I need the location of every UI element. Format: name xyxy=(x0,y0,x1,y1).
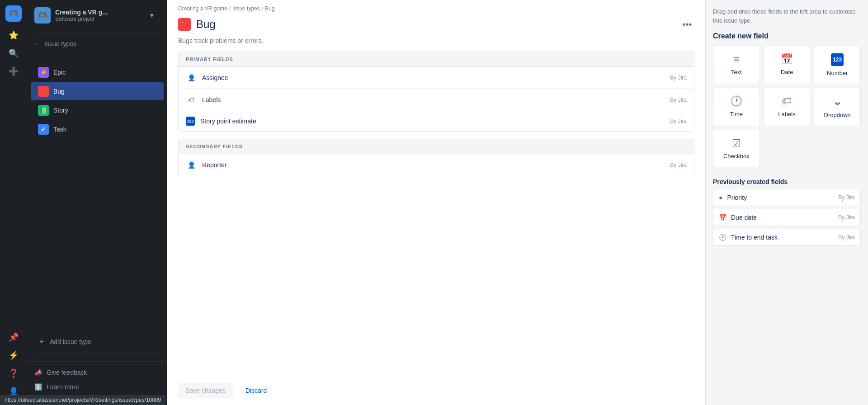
issue-type-list: ⚡ Epic 🔴 Bug 📗 Story ✓ Task xyxy=(27,59,167,333)
sidebar-item-story[interactable]: 📗 Story xyxy=(31,101,164,119)
sidebar-divider-bottom xyxy=(34,353,160,354)
sidebar-item-epic[interactable]: ⚡ Epic xyxy=(31,63,164,81)
sidebar-item-bug[interactable]: 🔴 Bug xyxy=(31,82,164,100)
project-type: Software project xyxy=(55,16,139,22)
breadcrumb: Creating a VR game / Issue types / Bug xyxy=(167,0,705,12)
project-info: Creating a VR g... Software project xyxy=(55,9,139,22)
reporter-field-by: By Jira xyxy=(670,162,687,168)
checkbox-field-icon: ☑ xyxy=(732,137,741,149)
text-field-icon: ≡ xyxy=(733,53,739,65)
assignee-icon: 👤 xyxy=(186,72,197,83)
task-label: Task xyxy=(53,126,66,133)
nav-help-button[interactable]: ❓ xyxy=(5,365,22,381)
back-label: Issue types xyxy=(44,40,76,47)
assignee-field-name: Assignee xyxy=(202,74,665,81)
breadcrumb-sep-2: / xyxy=(262,5,263,12)
add-issue-type-button[interactable]: ＋ Add issue type xyxy=(27,333,167,350)
more-options-button[interactable]: ••• xyxy=(680,17,694,32)
nav-favorites-button[interactable]: ⭐ xyxy=(5,27,22,43)
time-to-end-field-name: Time to end task xyxy=(731,234,834,241)
field-type-time[interactable]: 🕐 Time xyxy=(713,88,760,126)
field-type-labels[interactable]: 🏷 Labels xyxy=(764,88,811,126)
right-panel: Drag and drop these fields to the left a… xyxy=(705,0,868,405)
nav-pin-button[interactable]: 📌 xyxy=(5,329,22,345)
reporter-icon: 👤 xyxy=(186,160,197,170)
due-date-icon: 📅 xyxy=(719,214,726,221)
add-issue-type-label: Add issue type xyxy=(50,338,91,345)
due-date-field-name: Due date xyxy=(731,214,834,221)
story-icon: 📗 xyxy=(38,105,49,116)
field-row-story-point: 123 Story point estimate By Jira xyxy=(179,111,694,131)
date-field-icon: 📅 xyxy=(781,53,793,65)
epic-icon: ⚡ xyxy=(38,67,49,78)
labels-type-icon: 🏷 xyxy=(782,95,792,107)
project-dropdown-button[interactable]: ▼ xyxy=(144,7,160,24)
actions-bar: Save changes Discard xyxy=(167,376,705,405)
plus-icon: ＋ xyxy=(38,337,45,346)
time-field-icon: 🕐 xyxy=(730,95,742,107)
sidebar-divider-mid xyxy=(34,55,160,55)
breadcrumb-issue-types[interactable]: Issue types xyxy=(232,5,260,12)
sidebar-divider-top xyxy=(34,33,160,33)
back-arrow-icon: ← xyxy=(34,40,41,47)
story-label: Story xyxy=(53,107,68,114)
checkbox-field-label: Checkbox xyxy=(723,153,750,160)
time-to-end-field-by: By Jira xyxy=(838,234,855,240)
field-type-text[interactable]: ≡ Text xyxy=(713,46,760,84)
create-new-field-title: Create new field xyxy=(713,32,861,40)
nav-search-button[interactable]: 🔍 xyxy=(5,45,22,61)
field-type-number[interactable]: 123 Number xyxy=(814,46,861,84)
issue-header: 🔴 Bug ••• xyxy=(167,12,705,37)
nav-apps-button[interactable]: ⚡ xyxy=(5,347,22,363)
nav-create-button[interactable]: ➕ xyxy=(5,63,22,80)
dropdown-field-label: Dropdown xyxy=(824,112,851,118)
field-type-checkbox[interactable]: ☑ Checkbox xyxy=(713,130,760,167)
bug-label: Bug xyxy=(53,88,65,95)
field-row-labels: 🏷 Labels By Jira xyxy=(179,89,694,111)
discard-button[interactable]: Discard xyxy=(238,383,274,398)
story-point-field-name: Story point estimate xyxy=(200,118,665,125)
breadcrumb-sep-1: / xyxy=(229,5,231,12)
sidebar-project-header: 🎮 Creating a VR g... Software project ▼ xyxy=(27,7,167,29)
labels-field-by: By Jira xyxy=(670,97,687,103)
url-text: https://uifeed.atlassian.net/projects/VR… xyxy=(5,397,161,403)
field-type-dropdown[interactable]: ⌄ Dropdown xyxy=(814,88,861,126)
url-bar: https://uifeed.atlassian.net/projects/VR… xyxy=(0,395,165,405)
due-date-field-by: By Jira xyxy=(838,214,855,221)
text-field-label: Text xyxy=(731,69,742,75)
field-type-date[interactable]: 📅 Date xyxy=(764,46,811,84)
project-icon: 🎮 xyxy=(34,7,51,24)
labels-icon: 🏷 xyxy=(186,94,197,105)
right-panel-hint: Drag and drop these fields to the left a… xyxy=(713,7,861,25)
sidebar-bottom: 📣 Give feedback ℹ️ Learn more xyxy=(27,361,167,398)
sidebar: 🎮 Creating a VR g... Software project ▼ … xyxy=(27,0,167,405)
save-changes-button[interactable]: Save changes xyxy=(178,383,233,398)
field-row-assignee: 👤 Assignee By Jira xyxy=(179,66,694,89)
prev-field-time-to-end[interactable]: 🕐 Time to end task By Jira xyxy=(713,229,861,246)
learn-more-label: Learn more xyxy=(47,383,79,391)
info-icon: ℹ️ xyxy=(34,383,42,391)
time-field-label: Time xyxy=(730,111,743,118)
main-content: Creating a VR game / Issue types / Bug 🔴… xyxy=(167,0,705,405)
task-icon: ✓ xyxy=(38,124,49,135)
secondary-fields-section: SECONDARY FIELDS 👤 Reporter By Jira xyxy=(178,139,694,176)
assignee-field-by: By Jira xyxy=(670,75,687,81)
give-feedback-label: Give feedback xyxy=(47,369,87,376)
prev-field-priority[interactable]: ● Priority By Jira xyxy=(713,189,861,206)
story-point-icon: 123 xyxy=(186,117,195,126)
priority-icon: ● xyxy=(719,194,722,201)
priority-field-by: By Jira xyxy=(838,194,855,201)
epic-label: Epic xyxy=(53,69,66,76)
sidebar-item-task[interactable]: ✓ Task xyxy=(31,120,164,138)
learn-more-button[interactable]: ℹ️ Learn more xyxy=(27,380,167,394)
breadcrumb-project[interactable]: Creating a VR game xyxy=(178,5,227,12)
field-row-reporter: 👤 Reporter By Jira xyxy=(179,154,694,176)
prev-field-due-date[interactable]: 📅 Due date By Jira xyxy=(713,209,861,226)
bug-icon: 🔴 xyxy=(38,86,49,97)
app-logo[interactable]: 🎮 xyxy=(5,5,22,22)
give-feedback-button[interactable]: 📣 Give feedback xyxy=(27,365,167,380)
feedback-icon: 📣 xyxy=(34,369,42,376)
sidebar-back-button[interactable]: ← Issue types xyxy=(27,37,167,51)
primary-fields-header: PRIMARY FIELDS xyxy=(179,52,694,66)
labels-field-name: Labels xyxy=(202,96,665,104)
